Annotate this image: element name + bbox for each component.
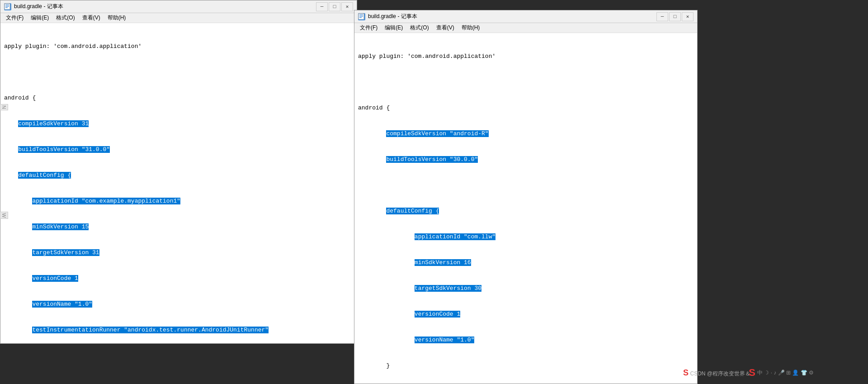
- line-5-left: buildToolsVersion "31.0.0": [4, 145, 353, 154]
- editor-area-right[interactable]: apply plugin: 'com.android.application' …: [354, 33, 697, 384]
- rline-6: [358, 181, 693, 190]
- svg-rect-3: [5, 7, 8, 8]
- w-label: W: [0, 212, 8, 219]
- rline-5: buildToolsVersion "30.0.0": [358, 155, 693, 164]
- notepad-icon-right: [358, 13, 365, 20]
- menu-file-right[interactable]: 文件(F): [356, 23, 381, 33]
- rline-7: defaultConfig {: [358, 207, 693, 215]
- rline-4: compileSdkVersion "android-R": [358, 129, 693, 138]
- rline-3: android {: [358, 104, 693, 112]
- svg-rect-1: [5, 5, 9, 5]
- close-right-btn[interactable]: ✕: [682, 12, 693, 21]
- notepad-left-window: build.gradle - 记事本 ─ □ ✕ 文件(F) 编辑(E) 格式(…: [0, 0, 357, 344]
- desktop: build.gradle - 记事本 ─ □ ✕ 文件(F) 编辑(E) 格式(…: [0, 0, 868, 384]
- titlebar-right-title: build.gradle - 记事本: [368, 13, 656, 20]
- titlebar-left-buttons: ─ □ ✕: [316, 2, 353, 11]
- rline-13: }: [358, 361, 693, 370]
- line-6-left: defaultConfig {: [4, 171, 353, 180]
- editor-content-right: apply plugin: 'com.android.application' …: [354, 33, 697, 384]
- menubar-right: 文件(F) 编辑(E) 格式(O) 查看(V) 帮助(H): [354, 23, 697, 33]
- rline-9: minSdkVersion 16: [358, 258, 693, 267]
- csdn-attribution: CSDN @程序改变世界＆: [690, 370, 750, 377]
- rline-1: apply plugin: 'com.android.application': [358, 52, 693, 61]
- titlebar-left-title: build.gradle - 记事本: [14, 3, 316, 10]
- maximize-right-btn[interactable]: □: [669, 12, 681, 21]
- titlebar-right: build.gradle - 记事本 ─ □ ✕: [354, 10, 697, 23]
- editor-area-left[interactable]: apply plugin: 'com.android.application' …: [0, 23, 357, 343]
- rline-10: targetSdkVersion 30: [358, 284, 693, 293]
- titlebar-left: build.gradle - 记事本 ─ □ ✕: [0, 0, 357, 13]
- menu-format-right[interactable]: 格式(O): [406, 23, 432, 33]
- menu-format-left[interactable]: 格式(O): [52, 13, 78, 23]
- minimize-right-btn[interactable]: ─: [656, 12, 668, 21]
- csdn-bottom-label: S CSDN @程序改变世界＆: [683, 368, 750, 378]
- line-12-left: testInstrumentationRunner "androidx.test…: [4, 326, 353, 334]
- line-1-left: apply plugin: 'com.android.application': [4, 42, 353, 51]
- line-7-left: applicationId "com.example.myapplication…: [4, 197, 353, 205]
- svg-rect-5: [359, 14, 363, 15]
- menu-help-left[interactable]: 帮助(H): [104, 13, 130, 23]
- line-9-left: targetSdkVersion 31: [4, 248, 353, 257]
- menu-view-right[interactable]: 查看(V): [433, 23, 458, 33]
- line-3-left: android {: [4, 94, 353, 102]
- menu-help-right[interactable]: 帮助(H): [458, 23, 484, 33]
- n-label: N: [0, 104, 8, 110]
- maximize-left-btn[interactable]: □: [329, 2, 340, 11]
- close-left-btn[interactable]: ✕: [341, 2, 353, 11]
- menu-edit-right[interactable]: 编辑(E): [381, 23, 406, 33]
- menu-file-left[interactable]: 文件(F): [2, 13, 27, 23]
- rline-12: versionName "1.0": [358, 336, 693, 344]
- titlebar-right-buttons: ─ □ ✕: [656, 12, 693, 21]
- csdn-watermark: S 中 ☽ · ♪ 🎤 ⊞ 👤 👕 ⚙: [749, 367, 814, 379]
- line-8-left: minSdkVersion 15: [4, 223, 353, 231]
- svg-rect-7: [359, 17, 362, 18]
- line-11-left: versionName "1.0": [4, 300, 353, 308]
- rline-2: [358, 78, 693, 86]
- rline-11: versionCode 1: [358, 310, 693, 318]
- line-2-left: [4, 68, 353, 76]
- menubar-left: 文件(F) 编辑(E) 格式(O) 查看(V) 帮助(H): [0, 13, 357, 23]
- minimize-left-btn[interactable]: ─: [316, 2, 328, 11]
- notepad-right-window: build.gradle - 记事本 ─ □ ✕ 文件(F) 编辑(E) 格式(…: [354, 10, 698, 384]
- menu-view-left[interactable]: 查看(V): [79, 13, 104, 23]
- menu-edit-left[interactable]: 编辑(E): [27, 13, 52, 23]
- csdn-text: 中 ☽ · ♪ 🎤 ⊞ 👤 👕 ⚙: [757, 369, 814, 377]
- notepad-icon-left: [4, 3, 11, 10]
- editor-content-left: apply plugin: 'com.android.application' …: [0, 23, 357, 343]
- line-10-left: versionCode 1: [4, 274, 353, 283]
- csdn-s-logo: S: [683, 368, 689, 377]
- line-4-left: compileSdkVersion 31: [4, 119, 353, 128]
- svg-rect-2: [5, 6, 9, 7]
- rline-8: applicationId "com.llw": [358, 232, 693, 241]
- svg-rect-6: [359, 16, 363, 17]
